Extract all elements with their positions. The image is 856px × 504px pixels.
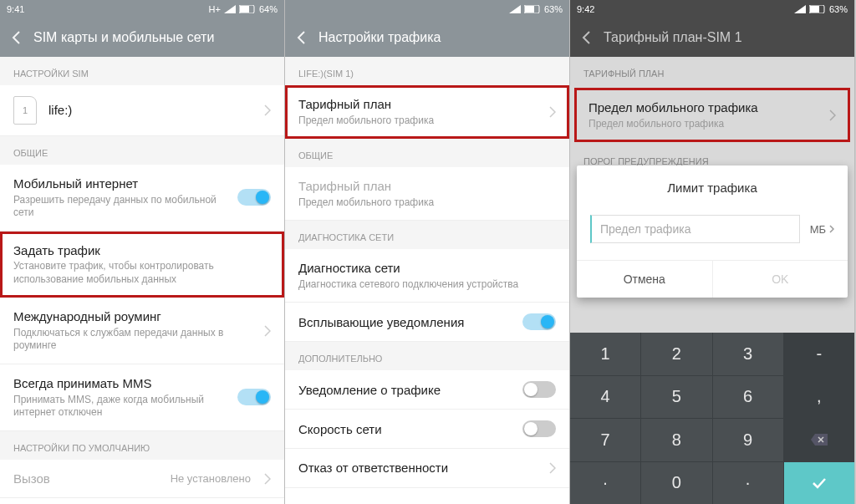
numeric-keypad: 1 2 3 - 4 5 6 , 7 8 9 · 0 ·: [570, 333, 854, 504]
key-1[interactable]: 1: [570, 333, 640, 375]
key-3[interactable]: 3: [713, 333, 783, 375]
status-bar: 9:41 H+ 64%: [0, 0, 284, 18]
key-confirm[interactable]: [784, 462, 854, 505]
liability-row[interactable]: Отказ от ответственности: [285, 449, 569, 488]
chevron-right-icon: [829, 225, 834, 233]
key-0[interactable]: 0: [641, 462, 711, 505]
network-speed-row[interactable]: Скорость сети: [285, 410, 569, 449]
popup-toggle[interactable]: [522, 313, 556, 330]
status-time: 9:42: [577, 4, 594, 14]
tariff-plan-general-row[interactable]: Тарифный план Предел мобильного трафика: [285, 167, 569, 221]
chevron-right-icon: [264, 104, 271, 116]
limit-input[interactable]: Предел трафика: [590, 215, 800, 243]
internet-default-row[interactable]: Интернет life:): [0, 498, 284, 504]
key-5[interactable]: 5: [641, 376, 711, 419]
back-icon[interactable]: [297, 31, 305, 44]
mobile-internet-row[interactable]: Мобильный интернет Разрешить передачу да…: [0, 165, 284, 232]
roaming-row[interactable]: Международный роуминг Подключаться к слу…: [0, 298, 284, 364]
chevron-right-icon: [549, 462, 556, 474]
key-dot-right[interactable]: ·: [713, 462, 783, 505]
notify-toggle[interactable]: [522, 381, 556, 398]
section-extra: ДОПОЛНИТЕЛЬНО: [285, 342, 569, 370]
sim-icon: 1: [13, 96, 37, 125]
svg-rect-1: [240, 6, 249, 13]
back-icon[interactable]: [12, 31, 20, 44]
traffic-limit-dialog: Лимит трафика Предел трафика МБ Отмена O…: [577, 165, 848, 298]
header: Тарифный план-SIM 1: [570, 18, 854, 57]
sim-card-row[interactable]: 1 life:): [0, 85, 284, 136]
dialog-title: Лимит трафика: [577, 165, 848, 206]
tariff-plan-row[interactable]: Тарифный план Предел мобильного трафика: [285, 85, 569, 139]
panel-traffic-settings: 63% Настройки трафика LIFE:)(SIM 1) Тари…: [285, 0, 570, 504]
key-dot-left[interactable]: ·: [570, 462, 640, 505]
panel-sim-settings: 9:41 H+ 64% SIM карты и мобильные сети Н…: [0, 0, 285, 504]
back-icon[interactable]: [582, 31, 590, 44]
set-traffic-row[interactable]: Задать трафик Установите трафик, чтобы к…: [0, 232, 284, 298]
key-minus[interactable]: -: [784, 333, 854, 375]
mobile-internet-toggle[interactable]: [237, 189, 271, 206]
page-title: Настройки трафика: [318, 30, 441, 45]
mms-row[interactable]: Всегда принимать MMS Принимать MMS, даже…: [0, 364, 284, 431]
key-8[interactable]: 8: [641, 419, 711, 461]
chevron-right-icon: [264, 473, 271, 485]
page-title: SIM карты и мобильные сети: [33, 30, 214, 45]
section-sim: НАСТРОЙКИ SIM: [0, 57, 284, 85]
call-default-row[interactable]: Вызов Не установлено: [0, 460, 284, 499]
unit-selector[interactable]: МБ: [810, 223, 834, 236]
speed-toggle[interactable]: [522, 420, 556, 437]
key-4[interactable]: 4: [570, 376, 640, 419]
mms-toggle[interactable]: [237, 389, 271, 405]
section-diagnostics: ДИАГНОСТИКА СЕТИ: [285, 221, 569, 249]
key-comma[interactable]: ,: [784, 376, 854, 419]
header: SIM карты и мобильные сети: [0, 18, 284, 57]
key-7[interactable]: 7: [570, 419, 640, 461]
status-indicators: 63%: [509, 4, 563, 14]
chevron-right-icon: [549, 106, 556, 118]
section-plan: ТАРИФНЫЙ ПЛАН: [570, 57, 854, 85]
diagnostics-row[interactable]: Диагностика сети Диагностика сетевого по…: [285, 249, 569, 303]
key-2[interactable]: 2: [641, 333, 711, 375]
status-time: 9:41: [7, 4, 24, 14]
section-defaults: НАСТРОЙКИ ПО УМОЛЧАНИЮ: [0, 431, 284, 460]
section-general: ОБЩИЕ: [285, 139, 569, 167]
cancel-button[interactable]: Отмена: [577, 261, 713, 298]
chevron-right-icon: [264, 325, 271, 337]
status-indicators: 63%: [794, 4, 848, 14]
status-indicators: H+ 64%: [209, 4, 278, 14]
svg-rect-5: [810, 6, 819, 13]
page-title: Тарифный план-SIM 1: [604, 30, 742, 45]
section-general: ОБЩИЕ: [0, 136, 284, 165]
header: Настройки трафика: [285, 18, 569, 57]
ok-button[interactable]: OK: [713, 261, 848, 298]
status-bar: 9:42 63%: [570, 0, 854, 18]
key-backspace[interactable]: [784, 419, 854, 461]
section-sim: LIFE:)(SIM 1): [285, 57, 569, 85]
traffic-notification-row[interactable]: Уведомление о трафике: [285, 370, 569, 410]
key-9[interactable]: 9: [713, 419, 783, 461]
chevron-right-icon: [829, 109, 836, 121]
panel-tariff-plan: 9:42 63% Тарифный план-SIM 1 ТАРИФНЫЙ ПЛ…: [570, 0, 855, 504]
popup-notifications-row[interactable]: Всплывающие уведомления: [285, 303, 569, 342]
svg-rect-3: [525, 6, 534, 13]
traffic-limit-row[interactable]: Предел мобильного трафика Предел мобильн…: [575, 89, 849, 141]
key-6[interactable]: 6: [713, 376, 783, 419]
status-bar: 63%: [285, 0, 569, 18]
